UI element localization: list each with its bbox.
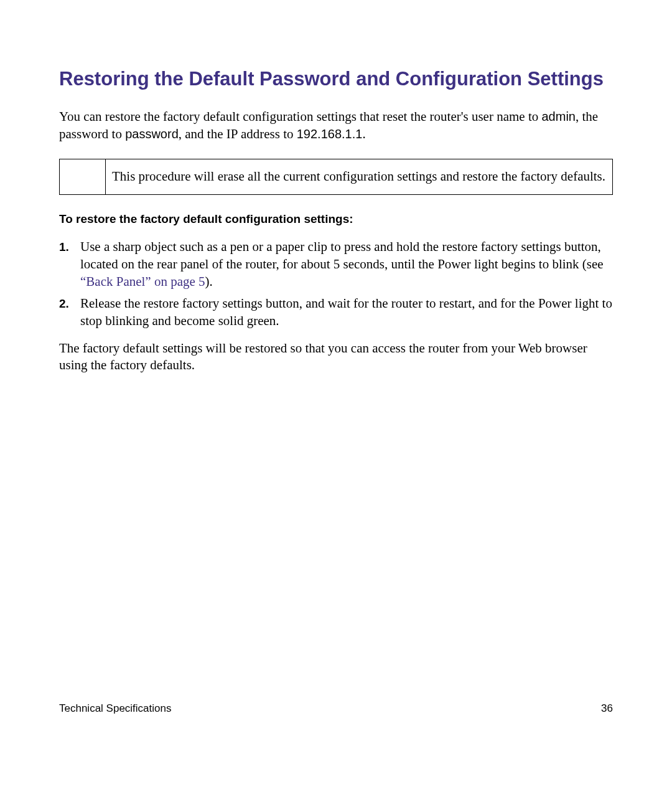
- footer-section-title: Technical Specifications: [59, 702, 171, 715]
- list-item: 1. Use a sharp object such as a pen or a…: [59, 238, 613, 290]
- page-footer: Technical Specifications 36: [59, 702, 613, 715]
- step-text-before: Release the restore factory settings but…: [80, 296, 612, 328]
- step-text-before: Use a sharp object such as a pen or a pa…: [80, 239, 604, 271]
- list-item: 2. Release the restore factory settings …: [59, 295, 613, 329]
- step-number: 1.: [59, 238, 80, 290]
- step-text: Release the restore factory settings but…: [80, 295, 613, 329]
- cross-reference-link[interactable]: “Back Panel” on page 5: [80, 274, 205, 289]
- step-text: Use a sharp object such as a pen or a pa…: [80, 238, 613, 290]
- step-number: 2.: [59, 295, 80, 329]
- closing-paragraph: The factory default settings will be res…: [59, 340, 613, 374]
- note-text: This procedure will erase all the curren…: [106, 159, 612, 194]
- intro-username: admin: [542, 110, 576, 123]
- footer-page-number: 36: [601, 702, 613, 715]
- note-icon-cell: [60, 159, 106, 194]
- intro-text-1: You can restore the factory default conf…: [59, 109, 542, 124]
- page-heading: Restoring the Default Password and Confi…: [59, 67, 613, 92]
- intro-paragraph: You can restore the factory default conf…: [59, 108, 613, 143]
- document-page: Restoring the Default Password and Confi…: [0, 0, 672, 374]
- step-list: 1. Use a sharp object such as a pen or a…: [59, 238, 613, 330]
- intro-ip: 192.168.1.1: [297, 127, 363, 141]
- intro-password: password: [125, 127, 179, 141]
- note-box: This procedure will erase all the curren…: [59, 159, 613, 195]
- intro-text-3: , and the IP address to: [179, 126, 297, 141]
- step-text-after: ).: [205, 274, 213, 289]
- intro-text-4: .: [362, 126, 365, 141]
- procedure-subheading: To restore the factory default configura…: [59, 212, 613, 226]
